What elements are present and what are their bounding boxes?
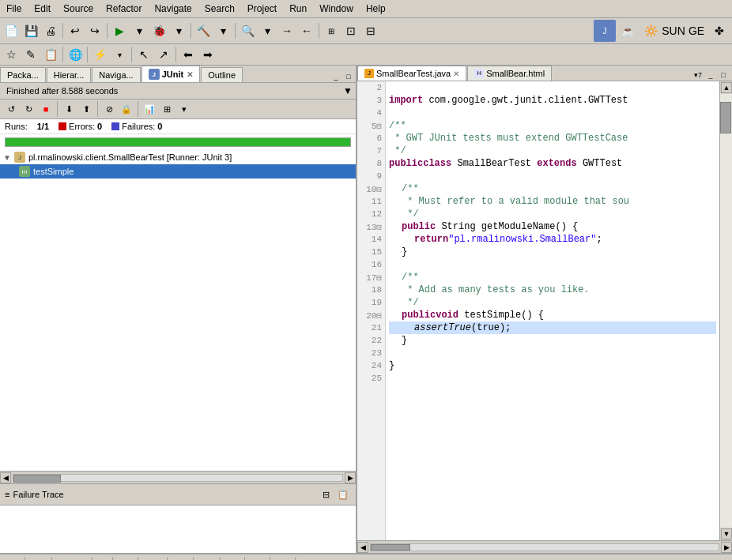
runs-label: Runs: [5,122,28,131]
code-content[interactable]: import com.google.gwt.junit.client.GWTTe… [386,81,719,540]
editor-scroll-left-btn[interactable]: ◀ [357,542,368,553]
bottom-tab-9[interactable]: P... [245,557,270,560]
icon-j5[interactable]: GE [685,20,707,42]
tab-outline[interactable]: Outline [201,67,243,82]
bottom-tab-6[interactable]: S... [168,557,194,560]
test-tree[interactable]: ▼ J pl.rmalinowski.client.SmallBearTest … [0,150,356,471]
build-btn[interactable]: 🔨 [194,21,213,40]
debug-dropdown-btn[interactable]: ▾ [169,21,188,40]
tab-junit[interactable]: J JUnit ✕ [141,66,201,82]
bottom-tab-10[interactable]: J... [270,557,296,560]
scroll-down-btn[interactable]: ▼ [721,528,732,539]
editor-scroll-track-h[interactable] [370,543,719,551]
junit-prev-fail-btn[interactable]: ⬆ [78,101,94,117]
next-btn[interactable]: → [277,21,296,40]
editor-tab-html[interactable]: H SmallBear.html [467,66,552,81]
scroll-track-v[interactable] [720,94,732,528]
bottom-tab-8[interactable]: T... [221,557,246,560]
menu-edit[interactable]: Edit [28,2,57,16]
run-dropdown-btn[interactable]: ▾ [130,21,149,40]
ln-5: 5⊟ [357,119,385,132]
bottom-tab-4[interactable]: T... [113,557,138,560]
menu-source[interactable]: Source [57,2,100,16]
search-dropdown-btn[interactable]: ▾ [258,21,277,40]
junit-show-only-fail-btn[interactable]: ⊘ [101,101,117,117]
tree-expand-arrow[interactable]: ▼ [3,153,11,162]
tab-hierarchy[interactable]: Hierar... [47,67,92,82]
scroll-right-btn[interactable]: ▶ [345,472,356,483]
junit-next-fail-btn[interactable]: ⬇ [61,101,77,117]
editor-ctrl-1[interactable]: ▾7 [692,70,704,81]
menu-window[interactable]: Window [313,2,360,16]
tb2-8[interactable]: ↗ [154,45,173,64]
junit-rerun-failed-btn[interactable]: ↻ [21,101,36,117]
main-layout: Packa... Hierar... Naviga... J JUnit ✕ O… [0,66,732,553]
debug-btn[interactable]: 🐞 [149,21,168,40]
menu-search[interactable]: Search [198,2,241,16]
tb2-1[interactable]: ☆ [2,45,21,64]
junit-stop-btn[interactable]: ■ [38,101,54,117]
tb2-4[interactable]: 🌐 [66,45,85,64]
trace-copy-btn[interactable]: 📋 [335,487,351,502]
max-panel-btn[interactable]: □ [343,71,354,82]
perspective-btn[interactable]: ⊞ [322,21,341,40]
tb2-2[interactable]: ✎ [21,45,40,64]
perspective3-btn[interactable]: ⊟ [361,21,380,40]
junit-tab-close[interactable]: ✕ [187,70,193,79]
tab-packages[interactable]: Packa... [0,67,46,82]
menu-refactor[interactable]: Refactor [100,2,148,16]
bottom-tab-2[interactable]: ☕ C... [52,557,92,561]
icon-j3[interactable]: 🔆 [640,20,662,42]
redo-btn[interactable]: ↪ [85,21,104,40]
tree-child-item[interactable]: m testSimple [0,164,356,179]
junit-toggle-orient-btn[interactable]: ⊞ [159,101,175,117]
junit-rerun-btn[interactable]: ↺ [3,101,19,117]
bottom-tab-5[interactable]: Hi... [138,557,168,560]
menu-help[interactable]: Help [360,2,392,16]
tb2-9[interactable]: ⬅ [179,45,198,64]
scroll-track-h[interactable] [13,474,343,482]
menu-run[interactable]: Run [283,2,313,16]
menu-project[interactable]: Project [241,2,283,16]
icon-j4[interactable]: SUN [662,20,685,42]
tb2-10[interactable]: ➡ [198,45,217,64]
perspective2-btn[interactable]: ⊡ [341,21,360,40]
undo-btn[interactable]: ↩ [66,21,85,40]
bottom-tab-0[interactable]: P... [0,557,25,560]
icon-j2[interactable]: ☕ [617,20,639,42]
min-panel-btn[interactable]: _ [330,71,341,82]
tb2-3[interactable]: 📋 [41,45,60,64]
ln-11: 11 [357,195,385,208]
editor-max-btn[interactable]: □ [718,70,729,81]
prev-btn[interactable]: ← [297,21,316,40]
search-btn[interactable]: 🔍 [238,21,257,40]
editor-scroll-right-btn[interactable]: ▶ [721,542,732,553]
junit-view-menu-btn[interactable]: ▾ [176,101,192,117]
bottom-tab-7[interactable]: S... [194,557,221,560]
icon-j1[interactable]: J [594,20,616,42]
trace-filter-btn[interactable]: ⊟ [318,487,334,502]
print-btn[interactable]: 🖨 [41,21,60,40]
junit-view-history-btn[interactable]: 📊 [141,101,157,117]
tb2-5[interactable]: ⚡ [90,45,109,64]
menu-navigate[interactable]: Navigate [148,2,198,16]
editor-tab-java-close[interactable]: ✕ [453,70,459,78]
tb2-6[interactable]: ▾ [110,45,129,64]
icon-j6[interactable]: ✤ [708,20,730,42]
scroll-left-btn[interactable]: ◀ [0,472,11,483]
build-dropdown-btn[interactable]: ▾ [213,21,232,40]
tb2-7[interactable]: ↖ [134,45,153,64]
junit-collapse-arrow[interactable]: ▼ [343,85,353,96]
editor-tab-java[interactable]: J SmallBearTest.java ✕ [357,66,466,81]
new-btn[interactable]: 📄 [2,21,21,40]
menu-file[interactable]: File [0,2,28,16]
run-btn[interactable]: ▶ [110,21,129,40]
scroll-up-btn[interactable]: ▲ [721,82,732,93]
save-btn[interactable]: 💾 [21,21,40,40]
tab-navigator[interactable]: Naviga... [92,67,140,82]
junit-scroll-lock-btn[interactable]: 🔒 [119,101,134,117]
bottom-tab-3[interactable]: ⊗ [92,557,113,561]
tree-root-item[interactable]: ▼ J pl.rmalinowski.client.SmallBearTest … [0,150,356,164]
editor-min-btn[interactable]: _ [705,70,716,81]
bottom-tab-1[interactable]: D... [25,557,52,560]
